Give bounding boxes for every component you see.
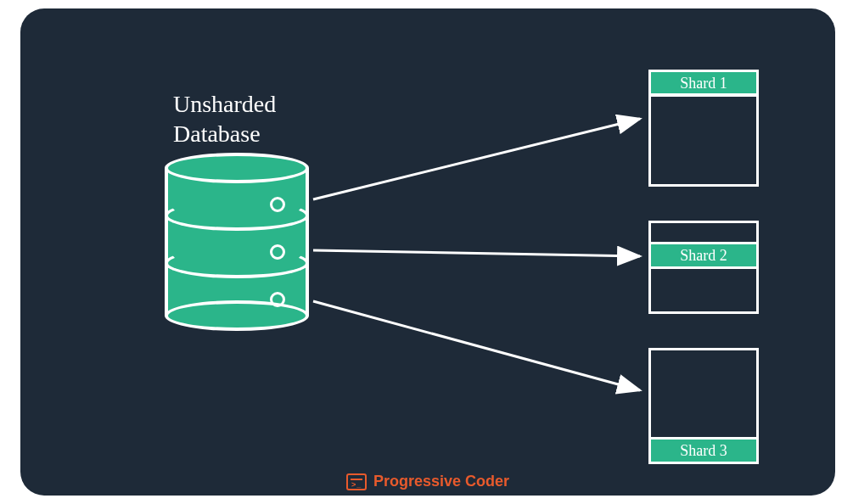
shard-3-header: Shard 3 [648,437,759,464]
arrow-to-shard-2 [313,250,640,256]
shard-3-label: Shard 3 [680,442,727,460]
footer-brand: Progressive Coder [20,473,835,490]
terminal-icon [346,473,367,490]
shard-1-label: Shard 1 [680,75,727,92]
arrow-to-shard-1 [313,119,640,199]
shard-1-box [648,93,759,187]
database-cylinder-icon [165,153,309,331]
footer-brand-text: Progressive Coder [373,473,509,490]
diagram-canvas: Unsharded Database Shard 1 Shard 2 Shard… [20,8,835,496]
shard-2-header: Shard 2 [648,242,759,269]
shard-2-label: Shard 2 [680,247,727,265]
database-label: Unsharded Database [173,89,276,148]
shard-3-box [648,348,759,441]
arrow-to-shard-3 [313,301,640,390]
